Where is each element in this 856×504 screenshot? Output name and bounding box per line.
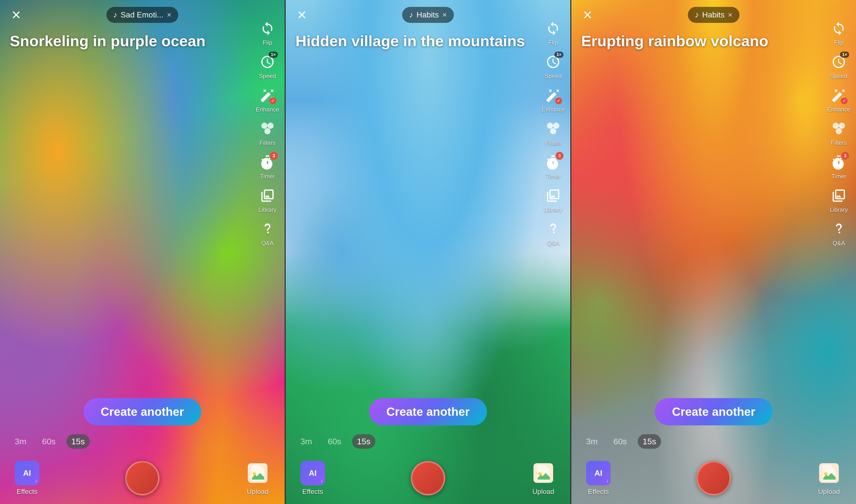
music-pill-3[interactable]: ♪ Habits × (688, 7, 739, 23)
music-note-icon-3: ♪ (695, 10, 699, 19)
toolbar-enhance-1[interactable]: ✓ Enhance (256, 87, 279, 113)
background-3 (571, 0, 856, 504)
duration-bar-3: 3m60s15s (581, 434, 661, 449)
toolbar-speed-1[interactable]: 1× Speed (258, 53, 276, 79)
right-toolbar-1: Flip 1× Speed ✓ Enhance (250, 15, 285, 252)
toolbar-library-2[interactable]: Library (544, 187, 562, 213)
effects-button-1[interactable]: AI ↓ Effects (15, 461, 39, 496)
timer-label-1: Timer (260, 173, 275, 180)
svg-point-10 (833, 123, 839, 129)
effects-label-2: Effects (302, 488, 323, 496)
music-title-1: Sad Emoti... (121, 10, 163, 19)
toolbar-enhance-2[interactable]: ✓ Enhance (541, 87, 565, 113)
right-toolbar-2: Flip 1× Speed ✓ Enhance (536, 15, 570, 252)
svg-point-5 (547, 123, 553, 129)
toolbar-library-3[interactable]: Library (830, 187, 848, 213)
record-button-1[interactable] (125, 461, 160, 496)
toolbar-flip-3[interactable]: Flip (830, 20, 848, 46)
toolbar-timer-3[interactable]: 3 Timer (830, 153, 848, 180)
create-another-button-3[interactable]: Create another (655, 398, 773, 425)
flip-label-2: Flip (549, 39, 558, 46)
music-pill-2[interactable]: ♪ Habits × (402, 7, 453, 23)
toolbar-flip-1[interactable]: Flip (258, 20, 276, 46)
svg-point-1 (267, 123, 274, 129)
toolbar-timer-1[interactable]: 3 Timer (258, 153, 276, 180)
timer-label-3: Timer (832, 173, 846, 180)
svg-point-0 (261, 123, 267, 129)
duration-bar-1: 3m60s15s (10, 434, 90, 449)
duration-15s-3[interactable]: 15s (638, 434, 661, 449)
close-button-2[interactable]: × (293, 6, 311, 23)
upload-button-2[interactable]: Upload (531, 461, 556, 496)
enhance-label-1: Enhance (256, 106, 279, 113)
duration-3m-1[interactable]: 3m (10, 434, 31, 449)
toolbar-qa-2[interactable]: Q&A (544, 220, 562, 247)
duration-3m-3[interactable]: 3m (581, 434, 603, 449)
duration-3m-2[interactable]: 3m (296, 434, 317, 449)
ai-arrow-icon-2: ↓ (321, 478, 323, 483)
music-close-3[interactable]: × (728, 10, 733, 19)
music-pill-1[interactable]: ♪ Sad Emoti... × (106, 7, 178, 23)
close-button-3[interactable]: × (579, 6, 596, 23)
create-another-button-2[interactable]: Create another (369, 398, 487, 425)
svg-point-12 (836, 128, 842, 134)
background-1 (0, 0, 285, 504)
ai-text-3: AI (594, 469, 602, 478)
speed-label-3: Speed (830, 73, 847, 79)
toolbar-enhance-3[interactable]: ✓ Enhance (827, 87, 851, 113)
close-button-1[interactable]: × (7, 6, 25, 23)
filters-label-3: Filters (831, 140, 846, 146)
duration-15s-1[interactable]: 15s (66, 434, 90, 449)
ai-text-1: AI (23, 469, 31, 478)
library-label-1: Library (258, 206, 276, 213)
toolbar-library-1[interactable]: Library (258, 187, 276, 213)
upload-button-3[interactable]: Upload (817, 461, 841, 496)
effects-label-3: Effects (588, 488, 609, 496)
music-close-2[interactable]: × (442, 10, 447, 19)
ai-icon-3: AI ↓ (586, 461, 611, 485)
svg-point-6 (553, 123, 559, 129)
toolbar-qa-3[interactable]: Q&A (830, 220, 848, 247)
scene-title-2: Hidden village in the mountains (296, 32, 531, 50)
svg-point-4 (253, 472, 256, 475)
duration-60s-3[interactable]: 60s (608, 434, 632, 449)
scene-title-3: Erupting rainbow volcano (581, 32, 817, 50)
toolbar-qa-1[interactable]: Q&A (258, 220, 276, 247)
effects-button-3[interactable]: AI ↓ Effects (586, 461, 611, 496)
toolbar-filters-3[interactable]: Filters (830, 120, 848, 146)
upload-icon-3 (817, 461, 841, 485)
timer-label-2: Timer (546, 173, 560, 180)
upload-button-1[interactable]: Upload (245, 461, 270, 496)
library-label-3: Library (830, 206, 848, 213)
qa-label-3: Q&A (833, 240, 845, 247)
record-button-2[interactable] (411, 461, 445, 496)
ai-icon-1: AI ↓ (15, 461, 39, 485)
upload-label-3: Upload (818, 488, 840, 496)
toolbar-timer-2[interactable]: 3 Timer (544, 153, 562, 180)
background-2 (286, 0, 570, 504)
music-close-1[interactable]: × (167, 10, 172, 19)
toolbar-speed-2[interactable]: 1× Speed (544, 53, 562, 79)
bottom-bar-2: AI ↓ Effects Upload (286, 452, 570, 504)
create-another-button-1[interactable]: Create another (84, 398, 201, 425)
duration-60s-2[interactable]: 60s (323, 434, 346, 449)
toolbar-flip-2[interactable]: Flip (544, 20, 562, 46)
effects-button-2[interactable]: AI ↓ Effects (300, 461, 325, 496)
toolbar-filters-2[interactable]: Filters (544, 120, 562, 146)
duration-15s-2[interactable]: 15s (352, 434, 375, 449)
toolbar-filters-1[interactable]: Filters (258, 120, 276, 146)
effects-label-1: Effects (16, 488, 37, 496)
speed-label-2: Speed (545, 73, 561, 79)
upload-label-1: Upload (247, 488, 269, 496)
library-label-2: Library (544, 206, 562, 213)
filters-label-1: Filters (260, 140, 275, 146)
duration-60s-1[interactable]: 60s (37, 434, 60, 449)
upload-icon-2 (531, 461, 556, 485)
record-button-3[interactable] (696, 461, 731, 496)
music-note-icon-2: ♪ (409, 10, 413, 19)
flip-label-3: Flip (834, 39, 844, 46)
top-bar-2: × ♪ Habits × (286, 0, 570, 30)
ai-arrow-icon-3: ↓ (606, 478, 609, 483)
upload-label-2: Upload (533, 488, 554, 496)
toolbar-speed-3[interactable]: 1× Speed (830, 53, 848, 79)
